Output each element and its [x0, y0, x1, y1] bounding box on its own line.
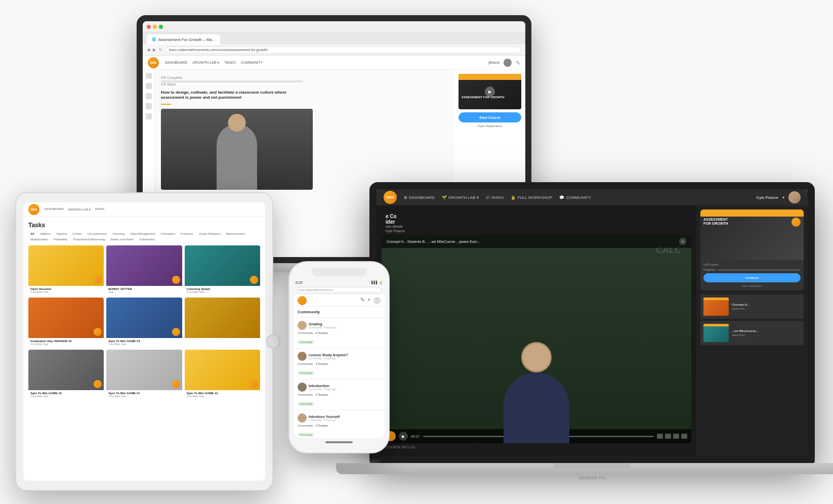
filter-multiplication[interactable]: Multiplication — [28, 237, 50, 241]
filter-estimation[interactable]: Estimation — [159, 232, 177, 236]
filter-circles[interactable]: Circles — [70, 232, 84, 236]
user-avatar[interactable] — [504, 59, 512, 67]
nav-growth-lab[interactable]: GROWTH LAB ▾ — [192, 61, 219, 65]
maximize-window-dot[interactable] — [159, 25, 163, 29]
course-list-item-2[interactable]: ...we MhsCourse... peace Ever... — [700, 321, 804, 345]
minimize-window-dot[interactable] — [153, 25, 157, 29]
filter-subtraction[interactable]: Subtraction — [137, 237, 156, 241]
filter-data-mgmt[interactable]: Data Management — [128, 232, 157, 236]
macbook-mmm-logo: MMM — [384, 191, 397, 204]
task-card-spin-win-2[interactable]: Spin To Win GAME #2 3 Act Math Task — [28, 350, 104, 399]
post-introduction[interactable]: Introduction Community · 4 days ago Comm… — [294, 380, 385, 410]
iphone-home-indicator[interactable] — [325, 441, 353, 443]
nav-dashboard-item[interactable]: ⊞ DASHBOARD — [404, 195, 435, 200]
filter-probability[interactable]: Probability — [52, 237, 70, 241]
filter-measurement[interactable]: Measurement — [224, 232, 247, 236]
task-badge-5 — [172, 328, 180, 336]
progress-text-label: Progress — [703, 268, 716, 271]
task-card-info-7: Spin To Win GAME #2 3 Act Math Task — [28, 390, 104, 399]
browser-tab[interactable]: 🌐 Assessment For Growth – Ma... — [147, 34, 220, 45]
filter-fractions[interactable]: Fractions — [179, 232, 195, 236]
close-window-dot[interactable] — [147, 25, 151, 29]
plus-icon[interactable]: + — [367, 297, 370, 304]
growth-lab-label: GROWTH LAB ▾ — [448, 195, 479, 200]
task-card-spin-win-1[interactable]: Spin To Win GAME #1 3 Act Math Task — [106, 350, 182, 399]
post-introduce-yourself[interactable]: Introduce Yourself Community · 3 days ag… — [294, 410, 385, 438]
ipad-nav-growth-lab[interactable]: GROWTH LAB ▾ — [68, 207, 91, 211]
search-icon[interactable]: 🔍 — [516, 61, 520, 65]
sidebar-icon-2[interactable] — [146, 83, 152, 89]
task-card-spin-win-1b[interactable]: Spin To Win GAME #1 3 Act Math Task — [185, 350, 260, 399]
task-card-listening-speed[interactable]: Listening Speed 3 Act Math Task — [185, 245, 260, 295]
tasks-icon: ☑ — [486, 195, 489, 200]
course-info-1: Concept H... Students B... — [732, 303, 801, 310]
filter-ratios[interactable]: Ratios and Rates — [108, 237, 136, 241]
captions-icon[interactable] — [665, 434, 671, 439]
nav-tasks-item[interactable]: ☑ TASKS — [486, 195, 504, 200]
course-list-item-1[interactable]: Concept H... Students B... — [700, 295, 804, 319]
preview-title: ASSESSMENT FOR GROWTH — [462, 96, 518, 99]
filter-all[interactable]: All — [28, 232, 36, 236]
forward-button[interactable]: ▶ — [153, 48, 156, 52]
post-content-3: Community · 2 Replies — [298, 393, 381, 396]
task-card-open-sesame[interactable]: Open Sesame! 3 Act Math Task — [28, 245, 104, 295]
ipad-nav-tasks[interactable]: TASKS — [95, 207, 104, 211]
filter-addition[interactable]: Addition — [38, 232, 53, 236]
post-grading[interactable]: Grading Community · 5 days ago Community… — [294, 318, 385, 349]
settings-icon[interactable] — [673, 434, 679, 439]
nav-community[interactable]: COMMUNITY — [241, 61, 263, 65]
post-lesson-study[interactable]: Lesson Study Anyone? Community · 5 days … — [294, 349, 385, 380]
filter-tags-container: All Addition Algebra Circles Circumferen… — [28, 232, 260, 241]
sidebar-icon-5[interactable] — [146, 113, 152, 119]
task-card-spin-win-3[interactable]: Spin To Win GAME #3 3 Act Math Task — [106, 298, 182, 347]
continue-button[interactable]: Continue — [703, 273, 801, 282]
iphone-app-icons: ✎ + — [360, 297, 381, 304]
nav-dashboard[interactable]: DASHBOARD — [165, 61, 187, 65]
task-card-img-8 — [106, 350, 182, 390]
nav-tasks[interactable]: TASKS — [224, 61, 235, 65]
video-player[interactable]: CALC — [382, 235, 691, 443]
course-name-2: ...we MhsCourse... — [732, 329, 801, 332]
filter-algebra[interactable]: Algebra — [54, 232, 69, 236]
filter-linear-relations[interactable]: Linear Relations — [197, 232, 223, 236]
filter-counting[interactable]: Counting — [110, 232, 127, 236]
task-card-harry-potter[interactable]: BUNNY JOTTER Task — [106, 245, 182, 295]
filter-circumference[interactable]: Circumference — [85, 232, 109, 236]
nav-growth-lab-item[interactable]: 🌱 GROWTH LAB ▾ — [442, 195, 479, 200]
url-bar[interactable]: learn.makemathmoments.com/courses/assess… — [165, 47, 521, 54]
video-play-button[interactable]: ▶ — [399, 432, 408, 441]
start-course-button[interactable]: Start Course — [459, 112, 521, 122]
task-card-info-4: Graduation Day VERSION #2 3 Act Math Tas… — [28, 338, 104, 347]
video-close-button[interactable]: × — [679, 238, 686, 245]
iphone-url-field[interactable]: learn.makemathmoments.com — [297, 287, 382, 293]
nav-community-item[interactable]: 💬 COMMUNITY — [559, 195, 591, 200]
video-title: Concept H... Students B... ...we MhsCour… — [387, 240, 480, 243]
ipad-nav-dashboard[interactable]: DASHBOARD — [45, 207, 64, 211]
pencil-icon[interactable]: ✎ — [360, 297, 364, 304]
sidebar-icon-4[interactable] — [146, 103, 152, 109]
course-name-text: e Coider — [386, 214, 687, 225]
course-preview-image: ASSESSMENT FOR GROWTH ▶ — [459, 74, 521, 109]
ipad-body: MMM DASHBOARD GROWTH LAB ▾ TASKS Tasks A… — [15, 192, 273, 491]
post-tag-3: Community — [298, 402, 314, 406]
sidebar-icon-1[interactable] — [146, 73, 152, 79]
refresh-button[interactable]: ↻ — [159, 48, 162, 52]
volume-icon[interactable] — [657, 434, 663, 439]
macbook-notch — [554, 463, 631, 468]
iphone-search-icon[interactable] — [373, 297, 381, 304]
dashboard-label: DASHBOARD — [409, 195, 435, 200]
ipad-home-button[interactable] — [266, 334, 280, 349]
ipad-screen: MMM DASHBOARD GROWTH LAB ▾ TASKS Tasks A… — [23, 202, 265, 481]
iphone-logo — [298, 296, 307, 305]
fullscreen-icon[interactable] — [681, 434, 687, 439]
post-time-4: Community · 3 days ago — [309, 418, 381, 422]
back-button[interactable]: ◀ — [147, 48, 150, 52]
filter-prop-reasoning[interactable]: Proportional Reasoning — [71, 237, 107, 241]
iphone-body: 6:25 ▌▌▌ 🔋 learn.makemathmoments.com — [288, 261, 390, 453]
kyle-pearce-name: Kyle Pearce — [386, 229, 687, 233]
sidebar-icon-3[interactable] — [146, 93, 152, 99]
nav-full-workshop-item[interactable]: 🔒 FULL WORKSHOP — [511, 195, 552, 200]
panel-course-body: +617 enrol... Progress Continue Open Reg… — [700, 260, 804, 290]
macbook-user-avatar[interactable] — [788, 191, 801, 203]
task-card-graduation-day[interactable]: Graduation Day VERSION #2 3 Act Math Tas… — [28, 298, 104, 347]
